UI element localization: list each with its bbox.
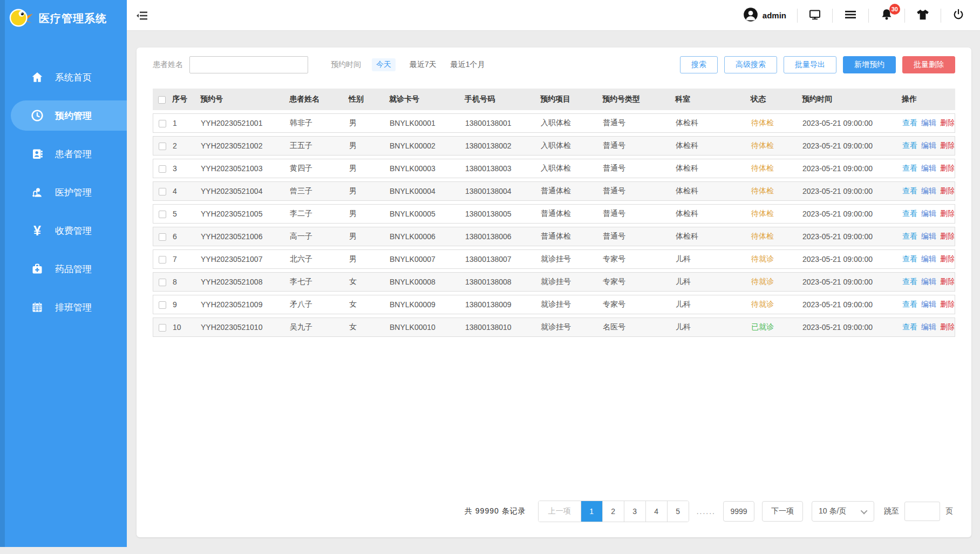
cell-index: 7	[171, 255, 199, 264]
monitor-button[interactable]	[798, 9, 833, 23]
row-checkbox[interactable]	[159, 165, 166, 173]
view-link[interactable]: 查看	[902, 232, 917, 240]
delete-link[interactable]: 删除	[940, 164, 954, 172]
page-button-5[interactable]: 5	[667, 501, 689, 522]
cell-card-no: BNYLK00005	[387, 210, 463, 218]
cell-index: 9	[171, 300, 199, 309]
view-link[interactable]: 查看	[902, 209, 917, 218]
time-filter-today[interactable]: 今天	[372, 58, 396, 71]
edit-link[interactable]: 编辑	[921, 300, 936, 308]
delete-link[interactable]: 删除	[940, 254, 954, 263]
sidebar-item-home[interactable]: 系统首页	[0, 65, 127, 89]
sidebar-item-fees[interactable]: ¥ 收费管理	[0, 219, 127, 242]
row-checkbox[interactable]	[159, 211, 166, 218]
cell-phone: 13800138002	[463, 141, 539, 150]
cell-card-no: BNYLK00001	[387, 119, 463, 127]
sidebar-item-medical-staff[interactable]: 医护管理	[0, 180, 127, 204]
view-link[interactable]: 查看	[902, 277, 917, 286]
page-button-4[interactable]: 4	[645, 501, 667, 522]
notifications-button[interactable]: 30	[869, 9, 905, 23]
sidebar-collapse-icon[interactable]	[135, 9, 149, 23]
search-button[interactable]: 搜索	[680, 56, 718, 73]
view-link[interactable]: 查看	[902, 164, 917, 172]
cell-phone: 13800138006	[463, 232, 539, 241]
cell-actions: 查看编辑删除	[900, 141, 954, 151]
view-link[interactable]: 查看	[902, 254, 917, 263]
row-checkbox[interactable]	[159, 256, 166, 264]
delete-link[interactable]: 删除	[940, 186, 954, 195]
cell-project: 就诊挂号	[539, 300, 601, 309]
row-checkbox[interactable]	[159, 120, 166, 127]
advanced-search-button[interactable]: 高级搜索	[724, 56, 777, 73]
view-link[interactable]: 查看	[902, 322, 917, 331]
cell-gender: 男	[347, 164, 387, 173]
patient-name-label: 患者姓名	[153, 60, 183, 70]
view-link[interactable]: 查看	[902, 118, 917, 127]
page-button-3[interactable]: 3	[624, 501, 645, 522]
status-badge: 待体检	[751, 118, 774, 127]
sidebar-item-medicine[interactable]: 药品管理	[0, 257, 127, 281]
table-row: 5 YYH20230521005 李二子 男 BNYLK00005 138001…	[153, 204, 955, 224]
time-filter-1month[interactable]: 最近1个月	[451, 60, 485, 70]
shirt-icon	[916, 8, 930, 23]
edit-link[interactable]: 编辑	[921, 209, 936, 218]
delete-link[interactable]: 删除	[940, 277, 954, 286]
delete-link[interactable]: 删除	[940, 232, 954, 240]
chevron-down-icon	[861, 507, 868, 514]
top-header: admin	[127, 0, 980, 31]
batch-delete-button[interactable]: 批量删除	[902, 56, 955, 73]
user-menu[interactable]: admin	[732, 9, 798, 23]
prev-page-button[interactable]: 上一项	[539, 501, 581, 522]
delete-link[interactable]: 删除	[940, 300, 954, 308]
row-checkbox[interactable]	[159, 279, 166, 286]
add-appointment-button[interactable]: 新增预约	[843, 56, 896, 73]
logout-button[interactable]	[941, 9, 976, 23]
sidebar-item-appointments[interactable]: 预约管理	[11, 100, 127, 131]
delete-link[interactable]: 删除	[940, 209, 954, 218]
edit-link[interactable]: 编辑	[921, 322, 936, 331]
delete-link[interactable]: 删除	[940, 322, 954, 331]
header-time: 预约时间	[800, 94, 900, 104]
row-checkbox[interactable]	[159, 188, 166, 195]
cell-project: 入职体检	[539, 164, 601, 173]
edit-link[interactable]: 编辑	[921, 118, 936, 127]
select-all-checkbox[interactable]	[158, 96, 166, 104]
table-row: 10 YYH20230521010 吴九子 女 BNYLK00010 13800…	[153, 317, 955, 337]
cell-actions: 查看编辑删除	[900, 277, 954, 287]
edit-link[interactable]: 编辑	[921, 277, 936, 286]
delete-link[interactable]: 删除	[940, 141, 954, 150]
edit-link[interactable]: 编辑	[921, 232, 936, 240]
row-checkbox[interactable]	[159, 324, 166, 332]
header-project: 预约项目	[538, 94, 600, 104]
next-page-button[interactable]: 下一项	[762, 501, 803, 522]
row-checkbox[interactable]	[159, 301, 166, 309]
record-count-total: 99990	[475, 506, 499, 515]
view-link[interactable]: 查看	[902, 186, 917, 195]
batch-export-button[interactable]: 批量导出	[784, 56, 836, 73]
menu-button[interactable]	[833, 9, 869, 23]
sidebar-item-schedule[interactable]: 排班管理	[0, 295, 127, 319]
cell-card-no: BNYLK00006	[387, 232, 463, 241]
cell-card-no: BNYLK00007	[387, 255, 463, 264]
patient-name-input[interactable]	[189, 56, 308, 73]
jump-page-input[interactable]	[904, 502, 940, 521]
edit-link[interactable]: 编辑	[921, 254, 936, 263]
page-button-2[interactable]: 2	[602, 501, 624, 522]
view-link[interactable]: 查看	[902, 141, 917, 150]
edit-link[interactable]: 编辑	[921, 141, 936, 150]
app-logo: 医疗管理系统	[0, 0, 127, 31]
view-link[interactable]: 查看	[902, 300, 917, 308]
edit-link[interactable]: 编辑	[921, 186, 936, 195]
delete-link[interactable]: 删除	[940, 118, 954, 127]
row-checkbox[interactable]	[159, 233, 166, 241]
last-page-button[interactable]: 9999	[723, 501, 754, 522]
row-checkbox[interactable]	[159, 143, 166, 150]
sidebar-item-patients[interactable]: 患者管理	[0, 142, 127, 166]
cell-project: 就诊挂号	[539, 322, 601, 332]
theme-button[interactable]	[905, 9, 941, 23]
edit-link[interactable]: 编辑	[921, 164, 936, 172]
time-filter-7days[interactable]: 最近7天	[410, 60, 437, 70]
page-size-select[interactable]: 10 条/页	[812, 501, 874, 522]
header-department: 科室	[673, 94, 748, 104]
page-button-1[interactable]: 1	[581, 501, 602, 522]
